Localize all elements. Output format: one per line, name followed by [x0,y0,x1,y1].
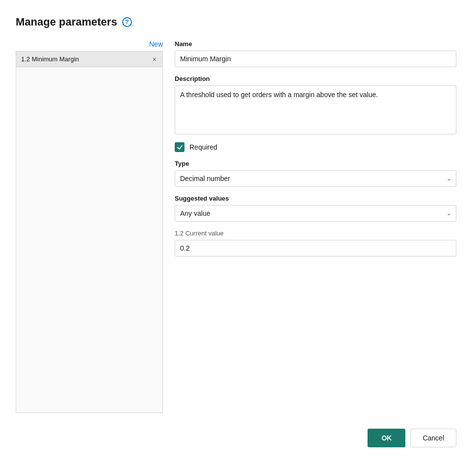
suggested-values-label: Suggested values [175,195,456,202]
name-label: Name [175,40,456,48]
type-select-wrapper: Decimal number Integer Text Boolean Date… [175,170,456,187]
ok-button[interactable]: OK [368,429,405,447]
param-item-close-button[interactable]: × [152,56,158,63]
left-panel: New 1.2 Minimum Margin × [16,40,163,413]
new-link[interactable]: New [149,40,163,48]
name-field-group: Name [175,40,456,67]
param-item[interactable]: 1.2 Minimum Margin × [16,51,162,67]
current-value-label: 1.2 Current value [175,230,456,237]
suggested-select[interactable]: Any value List of values [175,205,456,222]
help-icon[interactable]: ? [122,17,132,27]
name-input[interactable] [175,51,456,67]
param-item-label: 1.2 Minimum Margin [21,55,79,63]
type-select[interactable]: Decimal number Integer Text Boolean Date [175,170,456,187]
cancel-button[interactable]: Cancel [410,429,456,447]
current-value-field-group: 1.2 Current value [175,230,456,257]
manage-parameters-dialog: Manage parameters ? New 1.2 Minimum Marg… [0,0,476,463]
description-textarea[interactable]: A threshold used to get orders with a ma… [175,85,456,134]
dialog-footer: OK Cancel [16,413,456,447]
right-panel: Name Description A threshold used to get… [175,40,456,413]
type-field-group: Type Decimal number Integer Text Boolean… [175,160,456,187]
current-value-input[interactable] [175,240,456,257]
type-label: Type [175,160,456,167]
dialog-header: Manage parameters ? [16,16,456,28]
dialog-title: Manage parameters [16,16,117,28]
required-label: Required [189,143,217,151]
required-checkbox[interactable] [175,142,185,152]
param-list: 1.2 Minimum Margin × [16,51,163,413]
suggested-select-wrapper: Any value List of values ⌄ [175,205,456,222]
dialog-body: New 1.2 Minimum Margin × Name Descriptio… [16,40,456,413]
suggested-values-field-group: Suggested values Any value List of value… [175,195,456,222]
required-row: Required [175,142,456,152]
description-label: Description [175,75,456,82]
checkmark-icon [177,144,183,151]
description-field-group: Description A threshold used to get orde… [175,75,456,134]
